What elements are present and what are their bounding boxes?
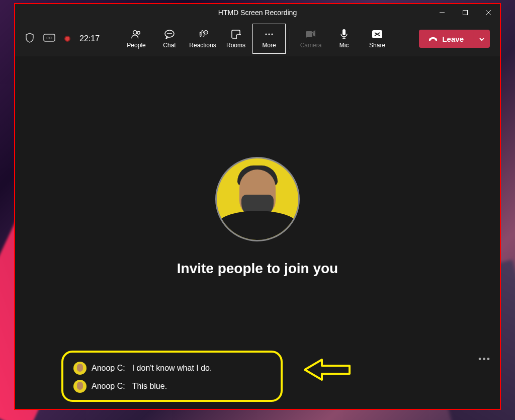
minimize-button[interactable] [431,4,454,21]
toolbar-buttons: People Chat Reactions Rooms [120,24,394,54]
window-controls [431,4,500,21]
camera-label: Camera [300,42,322,49]
teams-meeting-window: HTMD Screen Recording CC 22:17 [14,3,501,410]
chat-icon [164,29,175,40]
meeting-toolbar: CC 22:17 People Chat Re [15,21,500,56]
shield-icon[interactable] [25,33,34,45]
more-icon: ••• [478,354,491,364]
leave-button-group: Leave [419,30,490,48]
titlebar: HTMD Screen Recording [15,4,500,21]
annotation-arrow-icon [302,356,352,386]
share-button[interactable]: Share [361,24,394,54]
cc-icon[interactable]: CC [43,34,55,44]
reactions-button[interactable]: Reactions [186,24,219,54]
mic-label: Mic [339,42,349,49]
more-icon [264,29,275,40]
svg-point-7 [137,32,140,35]
hangup-icon [428,35,438,43]
people-button[interactable]: People [120,24,153,54]
chat-button[interactable]: Chat [153,24,186,54]
meeting-timer: 22:17 [79,34,100,43]
participant-avatar [215,157,300,241]
mic-button[interactable]: Mic [327,24,361,54]
toolbar-left-group: CC 22:17 [25,33,100,45]
camera-off-icon [305,29,316,40]
maximize-button[interactable] [454,4,477,21]
more-button[interactable]: More [252,24,286,54]
live-captions-panel: Anoop C: I don't know what I do. Anoop C… [61,351,283,402]
recording-indicator-icon [64,36,70,42]
reactions-icon [197,29,208,40]
leave-dropdown-button[interactable] [473,30,490,48]
people-label: People [127,42,145,49]
stage-more-button[interactable]: ••• [478,354,491,365]
caption-text: I don't know what I do. [132,364,212,373]
svg-point-15 [266,34,267,35]
rooms-button[interactable]: Rooms [219,24,252,54]
svg-point-12 [206,32,207,32]
caption-speaker-name: Anoop C: [92,364,125,373]
svg-text:CC: CC [46,36,52,40]
caption-line: Anoop C: This blue. [73,380,271,393]
chat-label: Chat [163,42,176,49]
rooms-icon [230,29,241,40]
share-label: Share [369,42,385,49]
svg-point-16 [269,34,270,35]
people-icon [131,29,142,40]
svg-point-17 [272,34,273,35]
reactions-label: Reactions [189,42,216,49]
leave-button[interactable]: Leave [419,30,473,48]
meeting-stage: Invite people to join you Anoop C: I don… [15,56,500,409]
caption-speaker-avatar [73,380,87,393]
share-icon [372,29,383,40]
svg-point-6 [133,31,137,34]
toolbar-divider [290,29,290,49]
caption-speaker-avatar [73,362,87,375]
window-title: HTMD Screen Recording [218,9,297,17]
svg-point-11 [205,32,206,32]
more-label: More [262,42,276,49]
close-button[interactable] [477,4,500,21]
svg-rect-1 [463,11,468,15]
leave-label: Leave [442,35,464,43]
caption-line: Anoop C: I don't know what I do. [73,362,271,375]
chevron-down-icon [479,34,485,43]
camera-button[interactable]: Camera [294,24,327,54]
svg-rect-20 [342,29,346,35]
invite-message: Invite people to join you [177,261,338,277]
mic-icon [338,29,350,40]
caption-speaker-name: Anoop C: [92,382,125,391]
rooms-label: Rooms [226,42,245,49]
svg-point-10 [204,31,208,34]
svg-rect-14 [236,35,241,39]
caption-text: This blue. [132,382,167,391]
